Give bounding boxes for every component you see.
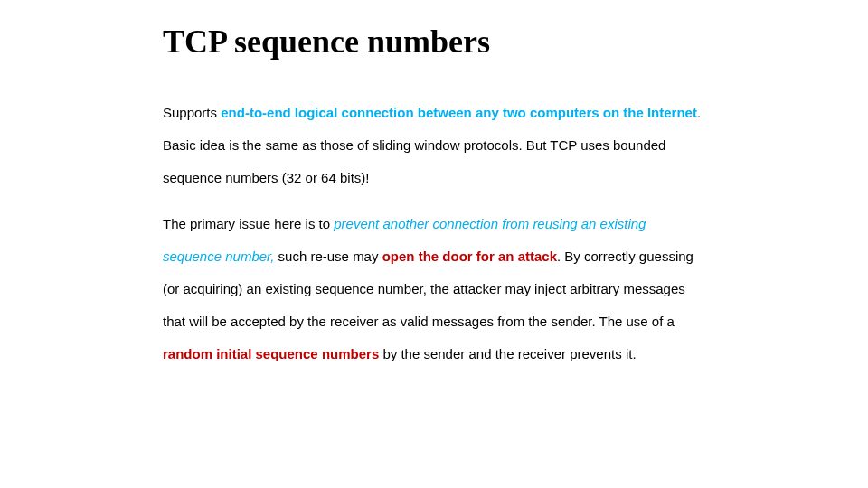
slide-body: Supports end-to-end logical connection b… (163, 97, 705, 371)
p2-mid1: such re-use may (274, 249, 382, 264)
paragraph-2: The primary issue here is to prevent ano… (163, 208, 705, 371)
p2-emphasis-random-isn: random initial sequence numbers (163, 346, 379, 361)
p2-lead: The primary issue here is to (163, 216, 334, 231)
p1-lead: Supports (163, 105, 221, 120)
p2-tail: by the sender and the receiver prevents … (379, 346, 636, 361)
slide-title: TCP sequence numbers (163, 18, 705, 61)
paragraph-1: Supports end-to-end logical connection b… (163, 97, 705, 194)
p1-emphasis-connection: end-to-end logical connection between an… (221, 105, 697, 120)
p2-emphasis-attack: open the door for an attack (382, 249, 557, 264)
slide: TCP sequence numbers Supports end-to-end… (0, 0, 868, 488)
